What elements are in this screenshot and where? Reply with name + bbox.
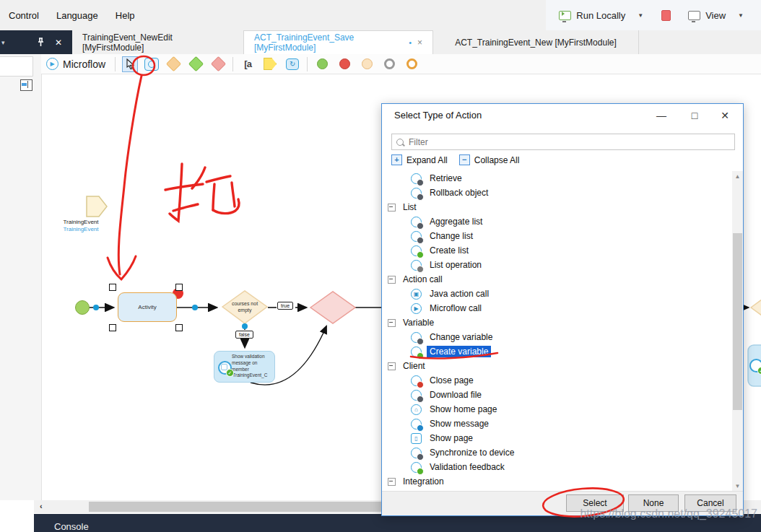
validation-feedback-icon xyxy=(218,361,232,375)
validation-feedback-icon xyxy=(411,462,422,473)
activity-node[interactable]: Activity xyxy=(118,292,177,322)
download-file-icon xyxy=(411,390,422,401)
tree-item-list-operation[interactable]: List operation xyxy=(386,258,729,272)
collapse-icon[interactable] xyxy=(388,478,396,486)
parameter-type: TrainingEvent xyxy=(46,226,116,232)
search-icon xyxy=(396,139,404,146)
tree-item-create-list[interactable]: Create list xyxy=(386,243,729,258)
maximize-button[interactable]: □ xyxy=(682,107,707,124)
merge-node[interactable] xyxy=(310,292,355,323)
selection-handle[interactable] xyxy=(109,284,116,291)
tree-item-aggregate-list[interactable]: Aggregate list xyxy=(386,214,729,229)
collapse-icon[interactable] xyxy=(388,319,396,327)
expand-all-icon[interactable]: + xyxy=(391,154,402,165)
collapse-icon[interactable] xyxy=(388,362,396,370)
application-window: Control Language Help Run Locally ▼ View… xyxy=(0,0,761,532)
collapse-icon[interactable] xyxy=(388,204,396,212)
selection-handle[interactable] xyxy=(175,284,183,291)
close-button[interactable]: ✕ xyxy=(713,107,737,124)
tree-item-validation-feedback[interactable]: Validation feedback xyxy=(386,460,729,474)
tree-category-variable[interactable]: Variable xyxy=(386,315,729,330)
connector-dot[interactable] xyxy=(192,305,198,310)
retrieve-icon xyxy=(411,173,422,184)
true-flow-label[interactable]: true xyxy=(277,302,293,310)
expand-all-label[interactable]: Expand All xyxy=(406,155,448,165)
parameter-shape[interactable] xyxy=(87,196,107,217)
tree-category-client[interactable]: Client xyxy=(386,359,729,373)
collapse-all-label[interactable]: Collapse All xyxy=(474,155,520,165)
tree-item-close-page[interactable]: Close page xyxy=(386,373,729,388)
tree-item-download-file[interactable]: Download file xyxy=(386,388,729,402)
parameter-name: TrainingEvent xyxy=(46,219,116,225)
synchronize-icon xyxy=(411,448,422,458)
start-event-node[interactable] xyxy=(75,300,90,315)
select-type-of-action-dialog: Select Type of Action — □ ✕ + Expand All… xyxy=(381,103,744,516)
filter-field[interactable] xyxy=(391,134,735,150)
change-variable-icon xyxy=(411,332,422,343)
microflow-call-icon: ▶ xyxy=(411,303,422,314)
false-flow-label[interactable]: false xyxy=(235,331,253,339)
validation-activity-node[interactable]: Show validation message on member 'Train… xyxy=(214,351,275,383)
aggregate-list-icon xyxy=(411,217,422,227)
filter-input[interactable] xyxy=(407,136,713,148)
rollback-icon xyxy=(411,188,422,199)
validation-feedback-icon xyxy=(749,359,761,372)
tree-item-retrieve[interactable]: Retrieve xyxy=(386,171,729,186)
home-icon: ⌂ xyxy=(411,404,422,415)
action-type-tree: Retrieve Rollback object List Aggregate … xyxy=(386,171,729,492)
close-page-icon xyxy=(411,375,422,386)
tree-category-action-call[interactable]: Action call xyxy=(386,272,729,287)
tree-item-show-page[interactable]: ▯Show page xyxy=(386,431,729,445)
tree-item-create-variable[interactable]: Create variable xyxy=(386,344,729,359)
minimize-button[interactable]: — xyxy=(649,107,674,124)
create-variable-icon xyxy=(411,346,422,357)
tree-category-integration[interactable]: Integration xyxy=(386,474,729,489)
right-partial-decision[interactable] xyxy=(751,292,761,323)
show-message-icon xyxy=(411,419,422,429)
decision-label: courses not empty xyxy=(223,301,266,314)
tree-item-microflow-call[interactable]: ▶Microflow call xyxy=(386,301,729,315)
tree-item-show-home-page[interactable]: ⌂Show home page xyxy=(386,402,729,417)
selection-handle[interactable] xyxy=(109,324,116,331)
scroll-down-icon[interactable]: ▼ xyxy=(732,481,743,492)
scrollbar-thumb[interactable] xyxy=(733,233,742,410)
tree-controls: + Expand All − Collapse All xyxy=(391,154,519,165)
connector-dot[interactable] xyxy=(93,305,99,310)
tree-item-java-action-call[interactable]: ▣Java action call xyxy=(386,287,729,301)
java-action-icon: ▣ xyxy=(411,289,422,300)
console-label: Console xyxy=(54,521,89,532)
connector-dot[interactable] xyxy=(242,323,248,329)
create-list-icon xyxy=(411,245,422,256)
dialog-titlebar[interactable]: Select Type of Action — □ ✕ xyxy=(382,104,743,127)
tree-item-rollback-object[interactable]: Rollback object xyxy=(386,186,729,200)
change-list-icon xyxy=(411,231,422,242)
tree-scrollbar[interactable]: ▲ ▼ xyxy=(732,171,743,492)
list-operation-icon xyxy=(411,260,422,271)
tree-item-synchronize-to-device[interactable]: Synchronize to device xyxy=(386,445,729,460)
show-page-icon: ▯ xyxy=(411,433,422,444)
selection-handle[interactable] xyxy=(175,324,183,331)
watermark-text: https://blog.csdn.net/qq_39245017 xyxy=(580,507,757,520)
tree-category-list[interactable]: List xyxy=(386,200,729,214)
tree-item-change-list[interactable]: Change list xyxy=(386,229,729,243)
dialog-title: Select Type of Action xyxy=(394,110,482,121)
collapse-all-icon[interactable]: − xyxy=(459,154,470,165)
tree-item-change-variable[interactable]: Change variable xyxy=(386,330,729,344)
tree-item-show-message[interactable]: Show message xyxy=(386,417,729,431)
collapse-icon[interactable] xyxy=(388,276,396,284)
scroll-up-icon[interactable]: ▲ xyxy=(732,171,743,182)
